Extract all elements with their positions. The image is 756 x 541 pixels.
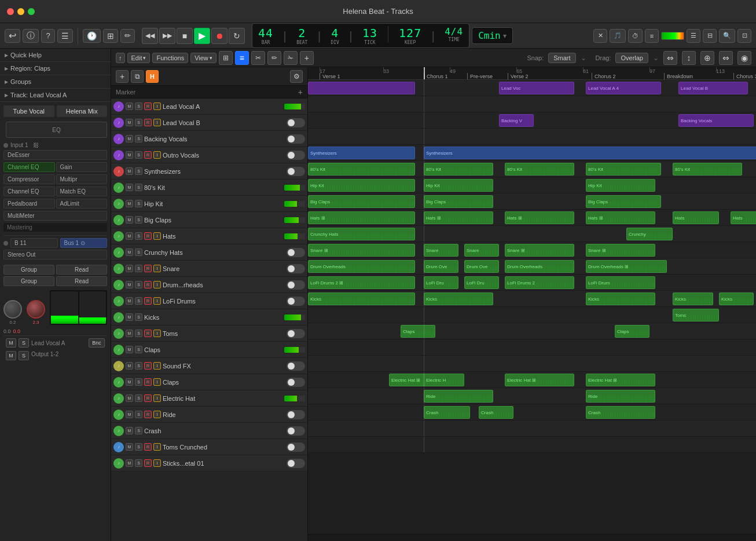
group-button2[interactable]: Group [3,276,54,286]
scissors-button[interactable]: ✁ [284,51,298,65]
duplicate-button[interactable]: ⧉ [131,70,144,83]
clip[interactable]: 80's Kit [586,163,661,176]
track-s-button[interactable]: S [135,330,142,337]
clip[interactable]: Snare [424,244,458,257]
library-button[interactable]: ☰ [687,29,700,43]
track-i-button[interactable]: I [153,265,161,272]
clip[interactable]: Toms [673,309,719,321]
forward-button[interactable]: ▶▶ [159,28,175,44]
clip[interactable]: LoFi Dru [424,276,458,289]
track-row[interactable]: ♪MSRIToms [111,326,307,342]
track-r-button[interactable]: R [144,378,152,386]
view-menu[interactable]: View ▾ [190,53,216,63]
track-row[interactable]: ♪MSSynthesizers [111,163,307,180]
close-button[interactable] [7,8,14,15]
track-s-button[interactable]: S [135,427,142,434]
clip[interactable]: Snare ⊞ [505,244,574,257]
clip[interactable]: Snare [464,244,499,257]
clip[interactable]: LoFi Drums 2 [505,276,574,289]
clip[interactable]: Hats ⊞ [586,211,655,224]
stereo-out[interactable]: Stereo Out [3,250,107,259]
track-row[interactable]: ♪MSRILead Vocal A [111,98,307,115]
track-s-button[interactable]: S [135,167,142,175]
plugin-pedalboard[interactable]: Pedalboard [3,199,55,209]
track-i-button[interactable]: I [153,378,161,386]
h-scrollbar[interactable] [308,534,756,541]
read-button[interactable]: Read [56,265,107,275]
track-r-button[interactable]: R [144,330,152,337]
track-s-button[interactable]: S [135,135,142,142]
track-i-button[interactable]: I [153,443,161,451]
track-s-button[interactable]: S [135,265,142,272]
track-m-button[interactable]: M [126,200,133,207]
region-header[interactable]: ▶ Region: Claps [0,62,111,75]
track-row[interactable]: ♪MSRILoFi Drums [111,293,307,309]
plugin-multimeter[interactable]: MultiMeter [3,211,107,221]
clip[interactable]: 80's Kit [673,163,742,176]
drag-arrow[interactable]: ⌄ [653,54,659,62]
clip[interactable]: Ride [586,390,655,403]
key-display[interactable]: Cmin ▾ [472,27,513,44]
clip[interactable]: Big Claps [586,195,661,208]
track-i-button[interactable]: I [153,394,161,402]
vol-knob[interactable] [3,300,22,319]
track-m-button[interactable]: M [126,151,133,159]
rewind-button[interactable]: ◀◀ [142,28,158,44]
undo-button[interactable]: ↩ [5,29,20,43]
clip[interactable]: Drum Ove [464,260,499,273]
clip[interactable]: Big Claps [424,195,493,208]
track-s-button[interactable]: S [135,394,142,402]
track-toggle[interactable] [287,151,305,160]
solo-button[interactable]: S [19,338,29,348]
track-s-button[interactable]: S [135,200,142,207]
track-r-button[interactable]: R [144,103,152,110]
mix-name[interactable]: Helena Mix [57,105,108,117]
track-m-button[interactable]: M [126,184,133,191]
clip[interactable]: Lead Vocal A 4 [586,82,661,94]
clip[interactable]: Kicks [586,293,655,305]
pencil-button[interactable]: ✏ [120,29,135,43]
track-i-button[interactable]: I [153,459,161,467]
clip[interactable]: Electric Hat ⊞ [586,374,655,386]
track-m-button[interactable]: M [126,427,133,434]
eq-button[interactable]: EQ [6,122,107,138]
plugin-channel-eq-1[interactable]: Channel EQ [3,162,55,172]
track-s-button[interactable]: S [135,459,142,467]
clip[interactable] [308,82,415,94]
track-toggle[interactable] [287,248,305,257]
smart-controls-button[interactable]: ⊡ [737,29,751,43]
plugin-gain[interactable]: Gain [56,162,108,172]
track-s-button[interactable]: S [135,443,142,451]
drag-icon3[interactable]: ⊕ [700,51,714,65]
clip[interactable]: Synthesizers [308,147,415,159]
settings-button[interactable]: ⚙ [290,70,303,83]
track-s-button[interactable]: S [135,184,142,191]
clip[interactable]: Hats [673,211,719,224]
clip[interactable]: Drum Ove [424,260,458,273]
list-button[interactable]: ☰ [57,29,73,43]
track-r-button[interactable]: R [144,119,152,126]
track-m-button[interactable]: M [126,232,133,240]
track-toggle[interactable] [287,378,305,387]
track-i-button[interactable]: I [153,297,161,305]
plugin-compressor[interactable]: Compressor [3,174,55,184]
track-r-button[interactable]: R [144,297,152,305]
clip[interactable]: LoFi Drums 2 ⊞ [308,276,415,289]
track-i-button[interactable]: I [153,232,161,240]
track-m-button[interactable]: M [126,459,133,467]
plugin-channel-eq-2[interactable]: Channel EQ [3,187,55,196]
track-toggle[interactable] [287,134,305,144]
clip[interactable]: Hip Kit [424,179,493,192]
drag-value[interactable]: Overlap [615,53,648,63]
track-s-button[interactable]: S [135,232,142,240]
clip[interactable]: Big Claps [308,195,415,208]
track-row[interactable]: ♪MSHip Kit [111,196,307,212]
clip[interactable]: Hip Kit [586,179,655,192]
track-toggle[interactable] [287,426,305,436]
clip[interactable]: Kicks [719,293,754,305]
track-s-button[interactable]: S [135,248,142,256]
clip[interactable]: Backing V [499,114,534,127]
cpu-button[interactable]: ⏱ [628,29,643,43]
clip[interactable]: Claps [615,325,649,338]
track-m-button[interactable]: M [126,119,133,126]
